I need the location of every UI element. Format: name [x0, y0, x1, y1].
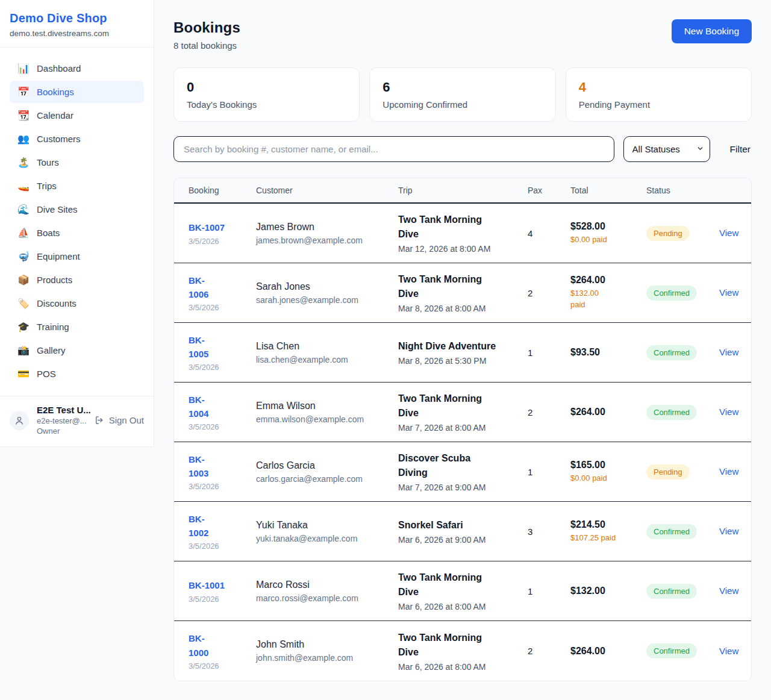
sidebar-item-trips[interactable]: 🚤 Trips [10, 175, 144, 197]
total-bookings-count: 8 total bookings [173, 40, 240, 51]
table-row: BK- 1006 3/5/2026 Sarah Jones sarah.jone… [174, 263, 751, 323]
sidebar-item-gallery[interactable]: 📸 Gallery [10, 339, 144, 361]
sidebar-item-discounts[interactable]: 🏷️ Discounts [10, 292, 144, 314]
sidebar-item-customers[interactable]: 👥 Customers [10, 128, 144, 150]
table-row: BK- 1000 3/5/2026 John Smith john.smith@… [174, 621, 751, 681]
sidebar-item-dive-sites[interactable]: 🌊 Dive Sites [10, 198, 144, 220]
filter-button[interactable]: Filter [729, 144, 752, 155]
sidebar-item-label: Customers [37, 134, 81, 144]
view-link[interactable]: View [719, 347, 738, 357]
customer-name: James Brown [256, 222, 390, 233]
sidebar-item-products[interactable]: 📦 Products [10, 269, 144, 291]
view-link[interactable]: View [719, 466, 738, 477]
booking-id-link[interactable]: BK- 1002 [189, 512, 248, 540]
customer-email: lisa.chen@example.com [256, 355, 390, 364]
view-link[interactable]: View [719, 526, 738, 536]
training-icon: 🎓 [17, 322, 29, 332]
customer-name: Emma Wilson [256, 401, 390, 411]
pax-count: 4 [528, 228, 570, 239]
sidebar-item-label: Tours [37, 157, 59, 167]
stats-cards: 0 Today's Bookings 6 Upcoming Confirmed … [173, 67, 752, 122]
booking-id-link[interactable]: BK-1001 [189, 578, 248, 592]
status-badge: Confirmed [646, 286, 697, 301]
total-amount: $264.00 [570, 407, 638, 417]
stat-value: 0 [187, 80, 346, 95]
booking-id-link[interactable]: BK- 1000 [189, 631, 248, 660]
dashboard-icon: 📊 [17, 64, 29, 73]
status-badge: Confirmed [646, 584, 697, 599]
paid-amount: $0.00 paid [570, 473, 638, 484]
sidebar-item-tours[interactable]: 🏝️ Tours [10, 151, 144, 173]
paid-amount: $107.25 paid [570, 533, 638, 544]
pax-count: 2 [528, 288, 570, 298]
trip-name: Two Tank Morning Dive [398, 392, 519, 420]
sidebar-item-label: Trips [37, 181, 57, 191]
sign-out-button[interactable]: Sign Out [95, 415, 144, 425]
sidebar-item-label: Boats [37, 228, 60, 238]
total-amount: $132.00 [570, 586, 638, 596]
total-amount: $264.00 [570, 646, 638, 657]
sidebar-item-training[interactable]: 🎓 Training [10, 316, 144, 338]
search-input[interactable] [173, 136, 614, 162]
booking-date: 3/5/2026 [189, 482, 248, 491]
customer-name: John Smith [256, 639, 390, 650]
total-amount: $93.50 [570, 347, 638, 358]
booking-id-link[interactable]: BK- 1006 [189, 273, 248, 302]
products-icon: 📦 [17, 275, 29, 285]
total-amount: $528.00 [570, 221, 638, 232]
page-header: Bookings 8 total bookings New Booking [173, 19, 752, 51]
booking-id-link[interactable]: BK- 1005 [189, 333, 248, 361]
total-amount: $214.50 [570, 519, 638, 530]
customer-email: sarah.jones@example.com [256, 295, 390, 305]
stat-card: 0 Today's Bookings [173, 67, 360, 122]
customer-name: Sarah Jones [256, 281, 390, 292]
sidebar-item-label: Calendar [37, 110, 73, 120]
sidebar-item-label: Dive Sites [37, 204, 78, 214]
bookings-icon: 📅 [17, 87, 29, 97]
logout-icon [95, 415, 105, 425]
pax-count: 1 [528, 467, 570, 477]
view-link[interactable]: View [719, 228, 738, 238]
table-row: BK-1007 3/5/2026 James Brown james.brown… [174, 204, 751, 263]
sidebar-item-calendar[interactable]: 📆 Calendar [10, 104, 144, 127]
sidebar-item-dashboard[interactable]: 📊 Dashboard [10, 57, 144, 80]
booking-id-link[interactable]: BK-1007 [189, 220, 248, 234]
view-link[interactable]: View [719, 287, 738, 298]
customer-email: yuki.tanaka@example.com [256, 534, 390, 543]
page-header-text: Bookings 8 total bookings [173, 19, 240, 51]
booking-date: 3/5/2026 [189, 422, 248, 431]
column-header-trip: Trip [398, 186, 528, 195]
sidebar-item-boats[interactable]: ⛵ Boats [10, 222, 144, 244]
trip-datetime: Mar 8, 2026 at 8:00 AM [398, 304, 519, 313]
sidebar-header: Demo Dive Shop demo.test.divestreams.com [0, 0, 154, 48]
pax-count: 2 [528, 646, 570, 656]
trip-datetime: Mar 6, 2026 at 8:00 AM [398, 662, 519, 672]
status-select-wrap: All Statuses [623, 136, 710, 162]
booking-id-link[interactable]: BK- 1004 [189, 393, 248, 421]
sidebar-user-section: E2E Test U... e2e-tester@... Owner Sign … [0, 396, 154, 445]
equipment-icon: 🤿 [17, 252, 29, 261]
shop-name: Demo Dive Shop [10, 11, 144, 25]
paid-amount: $0.00 paid [570, 234, 638, 246]
trip-name: Discover Scuba Diving [398, 451, 519, 480]
booking-date: 3/5/2026 [189, 303, 248, 312]
trip-name: Two Tank Morning Dive [398, 213, 519, 242]
sidebar-item-bookings[interactable]: 📅 Bookings [10, 81, 144, 103]
booking-date: 3/5/2026 [189, 363, 248, 372]
table-header-row: Booking Customer Trip Pax Total Status [174, 178, 751, 204]
sidebar-item-equipment[interactable]: 🤿 Equipment [10, 245, 144, 267]
booking-id-link[interactable]: BK- 1003 [189, 452, 248, 481]
view-link[interactable]: View [719, 586, 738, 596]
status-filter-select[interactable]: All Statuses [623, 136, 710, 162]
view-link[interactable]: View [719, 646, 738, 656]
shop-domain: demo.test.divestreams.com [10, 29, 144, 38]
calendar-icon: 📆 [17, 111, 29, 120]
status-badge: Confirmed [646, 405, 697, 420]
view-link[interactable]: View [719, 407, 738, 417]
user-icon [14, 416, 24, 425]
discounts-icon: 🏷️ [17, 299, 29, 308]
trip-name: Two Tank Morning Dive [398, 272, 519, 301]
customer-email: james.brown@example.com [256, 236, 390, 245]
sidebar-item-pos[interactable]: 💳 POS [10, 363, 144, 385]
new-booking-button[interactable]: New Booking [672, 19, 752, 43]
